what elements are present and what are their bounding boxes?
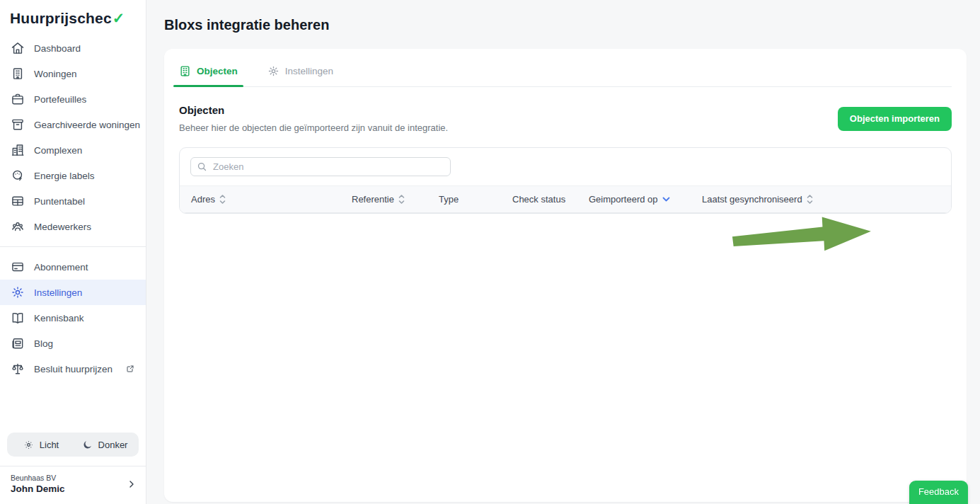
app-logo: Huurprijschec✓	[0, 0, 146, 35]
sidebar-item-dashboard[interactable]: Dashboard	[0, 35, 146, 61]
tab-instellingen[interactable]: Instellingen	[267, 56, 333, 86]
moon-icon	[82, 440, 93, 450]
section-header: Objecten Beheer hier de objecten die geï…	[179, 87, 952, 147]
section-title: Objecten	[179, 104, 448, 116]
column-label: Type	[439, 194, 459, 205]
search-input[interactable]	[190, 157, 451, 176]
sidebar-item-label: Kennisbank	[34, 313, 84, 323]
sidebar-item-medewerkers[interactable]: Medewerkers	[0, 214, 146, 239]
sidebar-item-label: Abonnement	[34, 262, 88, 273]
column-header-check-status: Check status	[512, 186, 589, 213]
tab-label: Instellingen	[285, 66, 333, 76]
account-names: Beunhaas BV John Demic	[11, 474, 126, 494]
sidebar-item-label: Energie labels	[34, 171, 95, 181]
external-link-icon	[126, 365, 134, 373]
table-header-row: AdresReferentieTypeCheck statusGeimporte…	[180, 186, 951, 213]
column-header-type: Type	[439, 186, 512, 213]
feedback-button[interactable]: Feedback	[909, 481, 968, 504]
column-label: Referentie	[352, 194, 394, 205]
column-header-referentie[interactable]: Referentie	[352, 186, 439, 213]
sidebar-item-puntentabel[interactable]: Puntentabel	[0, 188, 146, 214]
book-icon	[11, 311, 25, 325]
column-label: Laatst gesynchroniseerd	[702, 194, 802, 205]
theme-dark-label: Donker	[98, 440, 128, 450]
sidebar-item-label: Blog	[34, 338, 53, 349]
search-row	[180, 148, 951, 185]
sidebar-item-portefeuilles[interactable]: Portefeuilles	[0, 86, 146, 112]
section-subtitle: Beheer hier de objecten die geïmporteerd…	[179, 122, 448, 133]
sidebar-item-label: Besluit huurprijzen	[34, 364, 113, 374]
sidebar-item-label: Medewerkers	[34, 222, 91, 232]
sidebar-primary-nav: Dashboard Woningen Portefeuilles Gearchi…	[0, 35, 146, 239]
account-switcher[interactable]: Beunhaas BV John Demic	[0, 466, 146, 504]
sidebar-item-label: Woningen	[34, 69, 77, 79]
building-icon	[179, 65, 191, 77]
gear-icon	[267, 65, 279, 77]
objects-table-container: AdresReferentieTypeCheck statusGeimporte…	[179, 147, 952, 214]
archive-icon	[11, 118, 25, 132]
sidebar-item-besluit-huurprijzen[interactable]: Besluit huurprijzen	[0, 356, 146, 382]
newspaper-icon	[11, 336, 25, 350]
column-label: Check status	[512, 194, 565, 205]
chevron-right-icon	[126, 479, 137, 490]
sort-icon	[807, 194, 813, 205]
search-icon	[197, 161, 207, 175]
sidebar-item-label: Complexen	[34, 145, 82, 156]
buildings-icon	[11, 143, 25, 157]
table-icon	[11, 194, 25, 208]
theme-light-button[interactable]: Licht	[9, 435, 73, 454]
theme-dark-button[interactable]: Donker	[73, 435, 137, 454]
sidebar-item-gearchiveerde-woningen[interactable]: Gearchiveerde woningen	[0, 112, 146, 137]
sidebar-item-blog[interactable]: Blog	[0, 331, 146, 356]
import-objects-button[interactable]: Objecten importeren	[838, 107, 952, 131]
column-label: Geimporteerd op	[589, 194, 658, 205]
sidebar-item-label: Gearchiveerde woningen	[34, 120, 140, 130]
column-header-laatst-gesynchroniseerd[interactable]: Laatst gesynchroniseerd	[702, 186, 815, 213]
main-content: Bloxs integratie beheren Objecten Instel…	[146, 0, 980, 502]
page-title: Bloxs integratie beheren	[164, 17, 967, 33]
app-logo-text: Huurprijschec	[10, 10, 112, 26]
sidebar-item-label: Dashboard	[34, 43, 81, 54]
column-label: Adres	[191, 194, 215, 205]
tabs: Objecten Instellingen	[179, 56, 952, 87]
sidebar-spacer	[0, 382, 146, 433]
sidebar-item-label: Portefeuilles	[34, 94, 86, 105]
home-icon	[11, 41, 25, 55]
sidebar-item-instellingen[interactable]: Instellingen	[0, 280, 146, 305]
sort-icon	[219, 194, 226, 205]
scales-icon	[11, 362, 25, 376]
sort-desc-icon	[662, 197, 670, 202]
sidebar-secondary-nav: Abonnement Instellingen Kennisbank Blog …	[0, 254, 146, 382]
sidebar-item-woningen[interactable]: Woningen	[0, 61, 146, 86]
sidebar: Huurprijschec✓ Dashboard Woningen Portef…	[0, 0, 146, 504]
building-icon	[11, 67, 25, 81]
search-box	[190, 157, 451, 176]
tab-objecten[interactable]: Objecten	[179, 56, 238, 86]
column-header-geimporteerd-op[interactable]: Geimporteerd op	[589, 186, 702, 213]
energy-gauge-icon	[11, 168, 25, 183]
objects-table: AdresReferentieTypeCheck statusGeimporte…	[180, 185, 951, 213]
sun-icon	[23, 440, 34, 450]
theme-light-label: Licht	[40, 440, 59, 450]
tab-label: Objecten	[197, 66, 238, 76]
account-user: John Demic	[11, 483, 126, 494]
section-titles: Objecten Beheer hier de objecten die geï…	[179, 104, 448, 133]
briefcase-icon	[11, 92, 25, 106]
credit-card-icon	[11, 260, 25, 274]
sidebar-item-energie-labels[interactable]: Energie labels	[0, 163, 146, 188]
sidebar-item-label: Puntentabel	[34, 196, 85, 207]
logo-check-icon: ✓	[113, 10, 125, 26]
column-header-actions	[815, 186, 951, 213]
sidebar-item-abonnement[interactable]: Abonnement	[0, 254, 146, 280]
gear-icon	[11, 285, 25, 299]
integration-card: Objecten Instellingen Objecten Beheer hi…	[164, 49, 967, 502]
sort-icon	[398, 194, 405, 205]
sidebar-item-kennisbank[interactable]: Kennisbank	[0, 305, 146, 331]
account-company: Beunhaas BV	[11, 474, 126, 482]
theme-toggle: Licht Donker	[7, 433, 139, 457]
column-header-adres[interactable]: Adres	[180, 186, 352, 213]
users-icon	[11, 219, 25, 234]
sidebar-item-label: Instellingen	[34, 287, 82, 298]
sidebar-item-complexen[interactable]: Complexen	[0, 137, 146, 163]
sidebar-divider	[0, 246, 146, 247]
